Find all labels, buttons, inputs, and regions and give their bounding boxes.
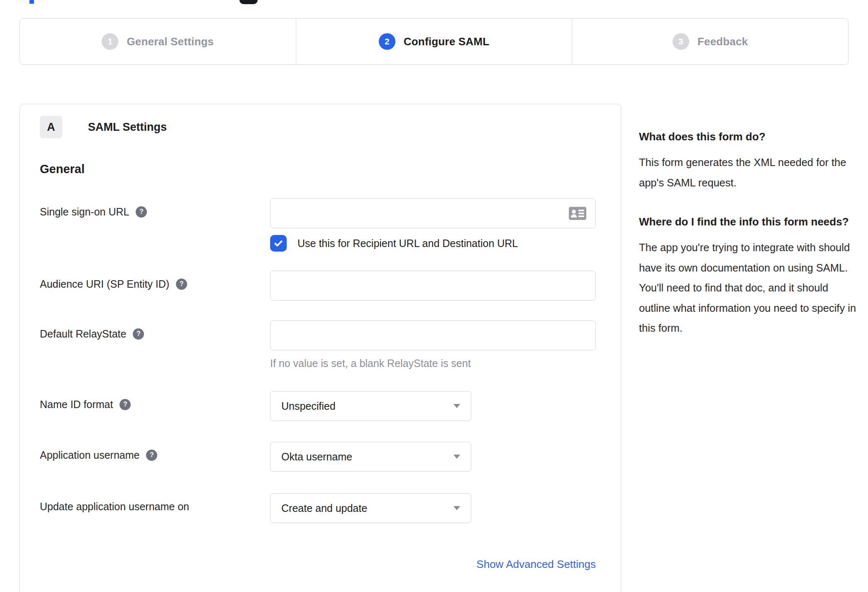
update-application-username-select[interactable]: Create and update xyxy=(270,493,471,523)
help-icon[interactable]: ? xyxy=(146,450,157,461)
select-value: Create and update xyxy=(281,502,367,514)
checkmark-icon xyxy=(273,238,284,249)
single-sign-on-url-input-wrap xyxy=(270,198,596,228)
chevron-down-icon xyxy=(454,455,460,459)
saml-form: Single sign-on URL ? xyxy=(40,198,621,571)
application-username-select[interactable]: Okta username xyxy=(270,442,471,472)
chevron-down-icon xyxy=(454,506,460,510)
step-number-badge: 3 xyxy=(673,33,689,50)
help-body-where: The app you're trying to integrate with … xyxy=(639,237,859,338)
recipient-url-checkbox-label: Use this for Recipient URL and Destinati… xyxy=(297,237,518,250)
field-control: Okta username xyxy=(270,442,596,472)
select-value: Okta username xyxy=(281,451,352,463)
step-configure-saml[interactable]: 2 Configure SAML xyxy=(296,19,572,64)
section-a-badge: A xyxy=(40,116,62,138)
field-label: Single sign-on URL ? xyxy=(40,198,270,218)
help-heading-where: Where do I find the info this form needs… xyxy=(639,212,859,232)
field-control xyxy=(270,271,596,301)
field-control: Create and update xyxy=(270,493,596,523)
relaystate-hint: If no value is set, a blank RelayState i… xyxy=(270,356,596,370)
form-row-name-id-format: Name ID format ? Unspecified xyxy=(40,391,621,421)
step-feedback[interactable]: 3 Feedback xyxy=(572,19,848,64)
step-label: Configure SAML xyxy=(404,35,489,48)
step-number-badge: 2 xyxy=(379,33,395,50)
default-relaystate-input-wrap xyxy=(270,320,596,350)
step-label: Feedback xyxy=(697,35,748,48)
form-row-single-sign-on-url: Single sign-on URL ? xyxy=(40,198,621,252)
contact-card-icon[interactable] xyxy=(569,207,586,220)
recipient-url-checkbox-row: Use this for Recipient URL and Destinati… xyxy=(270,235,596,252)
field-label: Application username ? xyxy=(40,442,270,462)
select-value: Unspecified xyxy=(281,400,336,412)
step-general-settings[interactable]: 1 General Settings xyxy=(20,19,296,64)
form-row-audience-uri: Audience URI (SP Entity ID) ? xyxy=(40,271,621,301)
chevron-down-icon xyxy=(454,404,460,408)
single-sign-on-url-label: Single sign-on URL xyxy=(40,205,129,218)
app-logo-fragment xyxy=(239,0,258,4)
field-label: Name ID format ? xyxy=(40,391,270,411)
wizard-stepper: 1 General Settings 2 Configure SAML 3 Fe… xyxy=(20,18,848,65)
single-sign-on-url-input[interactable] xyxy=(271,199,595,228)
default-relaystate-input[interactable] xyxy=(271,321,595,350)
general-section-heading: General xyxy=(40,162,621,176)
help-heading-what: What does this form do? xyxy=(639,127,859,147)
show-advanced-settings-link[interactable]: Show Advanced Settings xyxy=(476,558,596,570)
recipient-url-checkbox[interactable] xyxy=(270,235,287,252)
panel-header: A SAML Settings xyxy=(40,116,621,138)
step-number-badge: 1 xyxy=(102,33,118,50)
advanced-settings-row: Show Advanced Settings xyxy=(40,558,596,571)
name-id-format-label: Name ID format xyxy=(40,398,113,411)
field-label: Audience URI (SP Entity ID) ? xyxy=(40,271,270,291)
application-username-label: Application username xyxy=(40,448,139,462)
form-row-application-username: Application username ? Okta username xyxy=(40,442,621,472)
title-accent-fragment xyxy=(29,0,34,4)
panel-title: SAML Settings xyxy=(88,121,167,134)
audience-uri-input-wrap xyxy=(270,271,596,301)
field-label: Default RelayState ? xyxy=(40,320,270,340)
help-icon[interactable]: ? xyxy=(133,328,144,340)
field-control: Unspecified xyxy=(270,391,596,421)
audience-uri-input[interactable] xyxy=(271,271,595,300)
update-application-username-label: Update application username on xyxy=(40,500,189,513)
audience-uri-label: Audience URI (SP Entity ID) xyxy=(40,277,169,291)
saml-settings-panel: A SAML Settings General Single sign-on U… xyxy=(20,104,621,592)
form-row-default-relaystate: Default RelayState ? If no value is set,… xyxy=(40,320,621,370)
form-row-update-application-username: Update application username on Create an… xyxy=(40,493,621,523)
field-label: Update application username on xyxy=(40,493,270,513)
help-sidebar: What does this form do? This form genera… xyxy=(639,127,859,357)
help-icon[interactable]: ? xyxy=(176,279,187,290)
field-control: Use this for Recipient URL and Destinati… xyxy=(270,198,596,252)
name-id-format-select[interactable]: Unspecified xyxy=(270,391,471,421)
field-control: If no value is set, a blank RelayState i… xyxy=(270,320,596,370)
default-relaystate-label: Default RelayState xyxy=(40,327,126,340)
help-icon[interactable]: ? xyxy=(136,206,147,218)
help-icon[interactable]: ? xyxy=(119,399,131,410)
help-body-what: This form generates the XML needed for t… xyxy=(639,152,859,193)
step-label: General Settings xyxy=(127,35,214,48)
